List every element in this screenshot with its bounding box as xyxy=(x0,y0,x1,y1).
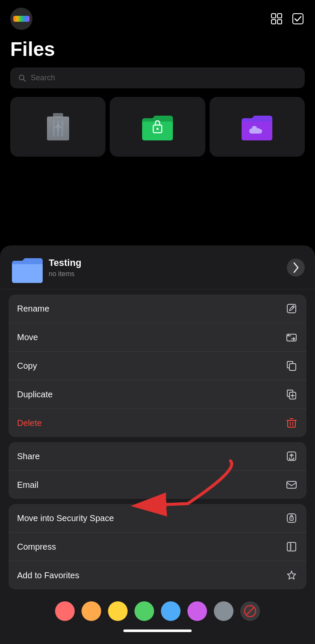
chevron-button[interactable] xyxy=(287,259,305,277)
svg-rect-29 xyxy=(287,481,296,488)
search-icon xyxy=(18,74,26,82)
compress-label: Compress xyxy=(17,542,56,552)
svg-point-14 xyxy=(156,128,158,130)
color-dot-green[interactable] xyxy=(134,601,154,621)
email-label: Email xyxy=(17,480,38,490)
duplicate-icon xyxy=(285,388,298,401)
blue-folder-icon xyxy=(10,255,41,280)
svg-line-16 xyxy=(292,306,294,308)
search-placeholder: Search xyxy=(31,73,55,82)
svg-rect-9 xyxy=(53,113,63,117)
favorites-label: Add to Favorites xyxy=(17,571,79,580)
menu-group-2: Share Email xyxy=(9,442,306,499)
delete-label: Delete xyxy=(17,418,42,428)
file-details: Testing no items xyxy=(49,257,279,278)
delete-icon xyxy=(285,417,298,429)
copy-label: Copy xyxy=(17,361,37,371)
svg-rect-19 xyxy=(289,364,296,370)
home-indicator xyxy=(123,629,192,632)
trash-folder-icon xyxy=(44,111,72,142)
compress-item[interactable]: Compress xyxy=(9,533,306,561)
svg-rect-15 xyxy=(287,304,296,313)
duplicate-label: Duplicate xyxy=(17,390,52,399)
folder-card-secure[interactable] xyxy=(110,97,205,157)
top-icons xyxy=(270,12,305,26)
svg-line-6 xyxy=(23,79,26,81)
cloud-folder-icon xyxy=(240,112,274,141)
rename-icon xyxy=(285,302,298,315)
svg-rect-0 xyxy=(271,14,276,18)
favorites-item[interactable]: Add to Favorites xyxy=(9,561,306,589)
security-space-icon xyxy=(285,512,298,525)
no-color-icon xyxy=(244,605,257,618)
folder-card-cloud[interactable] xyxy=(210,97,305,157)
color-dot-orange[interactable] xyxy=(82,601,101,621)
folder-grid xyxy=(0,97,315,157)
top-bar xyxy=(0,0,315,34)
compress-icon xyxy=(285,540,298,553)
move-label: Move xyxy=(17,332,38,342)
svg-rect-2 xyxy=(271,20,276,24)
checkmark-icon[interactable] xyxy=(291,12,305,26)
rename-label: Rename xyxy=(17,304,50,314)
color-dot-yellow[interactable] xyxy=(108,601,128,621)
delete-item[interactable]: Delete xyxy=(9,409,306,437)
color-dot-none[interactable] xyxy=(240,601,260,621)
security-space-label: Move into Security Space xyxy=(17,513,114,523)
rename-item[interactable]: Rename xyxy=(9,294,306,323)
color-dots xyxy=(9,594,306,625)
folder-card-trash[interactable] xyxy=(10,97,105,157)
duplicate-item[interactable]: Duplicate xyxy=(9,380,306,409)
file-name: Testing xyxy=(49,257,279,268)
email-item[interactable]: Email xyxy=(9,471,306,499)
file-info: Testing no items xyxy=(0,245,315,289)
email-icon xyxy=(285,478,298,491)
avatar[interactable] xyxy=(10,8,32,30)
menu-group-1: Rename Move Copy xyxy=(9,294,306,437)
move-icon xyxy=(285,331,298,344)
move-item[interactable]: Move xyxy=(9,323,306,352)
color-dot-purple[interactable] xyxy=(187,601,207,621)
color-dot-gray[interactable] xyxy=(214,601,233,621)
file-meta: no items xyxy=(49,270,279,278)
bottom-sheet: Testing no items Rename Move xyxy=(0,245,315,644)
page-title: Files xyxy=(0,34,315,67)
copy-item[interactable]: Copy xyxy=(9,352,306,380)
menu-group-3: Move into Security Space Compress xyxy=(9,504,306,589)
svg-line-42 xyxy=(247,608,254,615)
copy-icon xyxy=(285,359,298,372)
avatar-image xyxy=(13,16,29,22)
grid-view-icon[interactable] xyxy=(270,12,283,26)
color-dot-blue[interactable] xyxy=(161,601,181,621)
svg-rect-23 xyxy=(288,420,295,427)
svg-rect-3 xyxy=(277,20,282,24)
security-space-item[interactable]: Move into Security Space xyxy=(9,504,306,533)
svg-rect-1 xyxy=(277,14,282,18)
svg-marker-40 xyxy=(288,571,296,579)
share-icon xyxy=(285,450,298,463)
secure-folder-icon xyxy=(140,112,175,141)
share-item[interactable]: Share xyxy=(9,442,306,471)
share-label: Share xyxy=(17,452,40,461)
svg-point-32 xyxy=(291,518,292,519)
search-bar[interactable]: Search xyxy=(10,67,305,88)
svg-rect-4 xyxy=(293,14,303,24)
favorites-icon xyxy=(285,569,298,582)
color-dot-red[interactable] xyxy=(55,601,75,621)
